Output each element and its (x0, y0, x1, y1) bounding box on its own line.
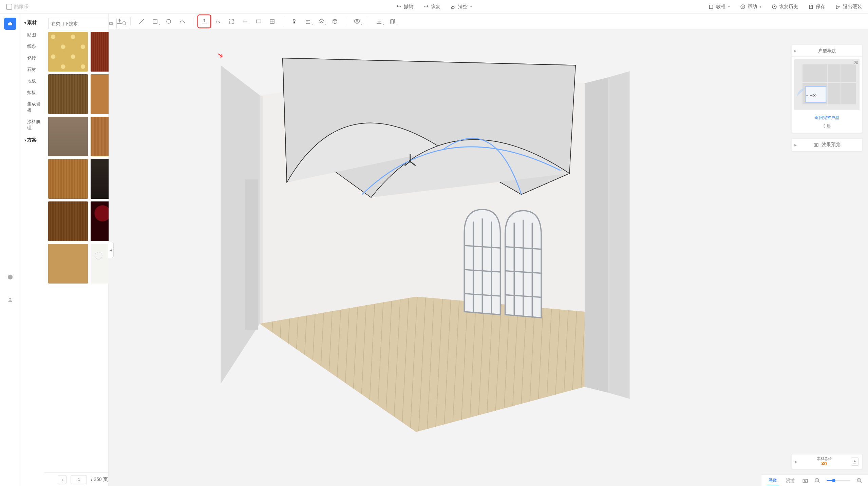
view-tab-bird[interactable]: 鸟瞰 (767, 476, 778, 485)
tool-arc[interactable] (176, 15, 188, 27)
tool-freeform[interactable] (212, 15, 224, 27)
undo-icon (396, 4, 402, 9)
svg-rect-37 (803, 64, 827, 82)
tool-lights[interactable] (239, 15, 251, 27)
download-price-button[interactable] (851, 458, 859, 466)
category-item[interactable]: 贴图 (22, 29, 44, 41)
canvas-stage[interactable]: ➔ (109, 29, 868, 486)
svg-rect-38 (828, 64, 841, 82)
category-list: 素材 贴图 线条 瓷砖 石材 地板 扣板 集成墙板 涂料肌理 方案 (20, 14, 44, 149)
zoom-out-icon (814, 478, 820, 484)
tool-visibility[interactable]: ▾ (351, 15, 363, 27)
svg-point-47 (815, 144, 817, 146)
tutorial-button[interactable]: 教程 ▾ (709, 4, 730, 10)
rail-library-button[interactable] (4, 18, 16, 30)
tool-extrude[interactable] (198, 15, 210, 27)
swatch-tile[interactable] (48, 117, 88, 156)
snapshot-button[interactable] (802, 478, 808, 484)
tool-grid[interactable] (266, 15, 278, 27)
cube3d-icon (332, 18, 338, 24)
svg-rect-48 (803, 479, 808, 482)
minimap[interactable]: 20 (794, 59, 860, 110)
category-item[interactable]: 涂料肌理 (22, 116, 44, 134)
category-item[interactable]: 集成墙板 (22, 98, 44, 116)
question-icon: ? (740, 4, 746, 9)
return-full-plan-link[interactable]: 返回完整户型 (792, 113, 862, 123)
view-tab-roam[interactable]: 漫游 (785, 476, 796, 485)
camera-icon (813, 142, 819, 148)
zoom-slider[interactable] (827, 480, 850, 481)
clear-label: 清空 (458, 4, 468, 10)
help-button[interactable]: ? 帮助 ▾ (740, 4, 761, 10)
svg-marker-14 (585, 77, 609, 393)
tool-upload[interactable] (113, 15, 126, 27)
tool-align[interactable]: ▾ (302, 15, 314, 27)
tool-circle[interactable] (163, 15, 175, 27)
search-box[interactable] (48, 18, 117, 29)
freeform-icon (214, 18, 221, 25)
svg-rect-9 (256, 20, 261, 23)
tool-rect[interactable]: ▾ (149, 15, 161, 27)
tool-layers[interactable]: ▾ (315, 15, 327, 27)
extrude-icon (201, 18, 208, 25)
brand-logo: 酷家乐 (6, 4, 29, 10)
panel-collapse-button[interactable]: ▸ (794, 142, 797, 148)
swatch-tile[interactable] (48, 201, 88, 241)
search-input[interactable] (51, 21, 108, 26)
svg-point-7 (167, 19, 171, 23)
history-button[interactable]: 恢复历史 (772, 4, 798, 10)
user-icon (7, 297, 13, 302)
category-header-materials[interactable]: 素材 (22, 16, 44, 29)
minimap-svg (794, 59, 860, 110)
category-item[interactable]: 线条 (22, 41, 44, 52)
save-label: 保存 (816, 4, 825, 10)
swatch-tile[interactable] (48, 244, 88, 284)
svg-rect-43 (841, 83, 856, 104)
tool-region[interactable] (225, 15, 238, 27)
svg-point-12 (356, 21, 358, 22)
map-icon (390, 18, 396, 24)
brand-icon (6, 4, 12, 10)
tool-3d[interactable] (329, 15, 341, 27)
rail-user-button[interactable] (4, 293, 16, 306)
pager-input[interactable] (71, 475, 87, 484)
download-icon (376, 18, 382, 25)
tool-panel[interactable] (252, 15, 265, 27)
collapse-sidebar-button[interactable]: ◂ (108, 242, 114, 258)
panel-collapse-button[interactable]: ▸ (794, 48, 797, 53)
swatch-tile[interactable] (48, 159, 88, 199)
tool-line[interactable] (135, 15, 148, 27)
exit-button[interactable]: 退出硬装 (835, 4, 862, 10)
swatch-tile[interactable] (48, 32, 88, 72)
line-icon (138, 18, 145, 25)
svg-rect-39 (841, 64, 856, 82)
swatch-tile[interactable] (48, 74, 88, 114)
save-button[interactable]: 保存 (808, 4, 825, 10)
floor-label: 3 层 (792, 123, 862, 133)
svg-point-23 (409, 160, 411, 162)
redo-button[interactable]: 恢复 (423, 4, 440, 10)
undo-button[interactable]: 撤销 (396, 4, 413, 10)
region-icon (228, 18, 234, 24)
tool-download[interactable]: ▾ (373, 15, 385, 27)
chevron-down-icon: ▾ (728, 5, 730, 8)
category-item[interactable]: 瓷砖 (22, 52, 44, 64)
left-rail (0, 14, 20, 486)
panel-collapse-button[interactable]: ▸ (795, 459, 797, 464)
chevron-down-icon: ▾ (470, 5, 472, 8)
category-item[interactable]: 地板 (22, 75, 44, 87)
clear-button[interactable]: 清空 ▾ (451, 4, 472, 10)
category-item[interactable]: 石材 (22, 64, 44, 75)
preview-title: 效果预览 (822, 142, 841, 148)
zoom-out-button[interactable] (814, 478, 820, 484)
grid-icon (269, 18, 275, 24)
category-item[interactable]: 扣板 (22, 87, 44, 98)
category-header-scheme[interactable]: 方案 (22, 134, 44, 147)
rail-cube-button[interactable] (4, 271, 16, 283)
zoom-in-button[interactable] (856, 478, 863, 484)
tool-spotlight[interactable] (288, 15, 300, 27)
save-icon (808, 4, 814, 9)
tool-map[interactable]: ▾ (386, 15, 399, 27)
svg-marker-17 (260, 95, 263, 324)
pager-prev[interactable]: ‹ (58, 475, 67, 484)
